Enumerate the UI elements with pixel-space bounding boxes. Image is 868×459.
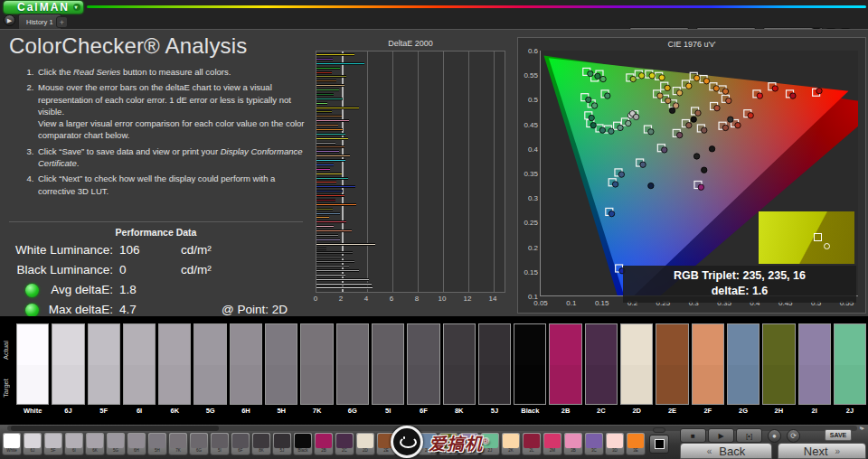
deltae-bar[interactable] xyxy=(316,199,335,201)
patch-thumbnail-button[interactable]: 3C xyxy=(584,432,604,455)
deltae-bar[interactable] xyxy=(316,274,345,276)
deltae-bar[interactable] xyxy=(316,53,354,56)
measured-point[interactable] xyxy=(605,93,610,98)
deltae-bar[interactable] xyxy=(316,71,332,74)
read-series-button[interactable]: [•] xyxy=(736,428,762,443)
stop-button[interactable]: ■ xyxy=(680,428,706,443)
refresh-button[interactable]: ⟳ xyxy=(787,429,800,443)
measured-point[interactable] xyxy=(633,114,638,119)
measured-point[interactable] xyxy=(709,146,714,152)
deltae-bar[interactable] xyxy=(316,107,359,109)
patch-thumbnail-button[interactable]: 6G xyxy=(189,432,209,455)
patch-thumbnail-button[interactable]: 2M xyxy=(542,432,562,455)
deltae-bar[interactable] xyxy=(316,93,334,96)
calman-logo[interactable]: CalMAN ▾ xyxy=(4,1,83,14)
deltae-bar[interactable] xyxy=(316,80,336,82)
deltae-bar[interactable] xyxy=(316,283,372,286)
deltae-bar[interactable] xyxy=(316,208,333,211)
measured-point[interactable] xyxy=(714,105,720,110)
patch-thumbnail-button[interactable]: 5F xyxy=(43,432,63,455)
save-button[interactable]: SAVE xyxy=(825,429,852,441)
measured-point[interactable] xyxy=(726,98,731,103)
measured-point[interactable] xyxy=(648,129,654,135)
measured-point[interactable] xyxy=(790,93,796,98)
patch-thumbnail-button[interactable]: 2D xyxy=(355,432,375,455)
scrollbar-thumb[interactable] xyxy=(11,426,219,431)
deltae-bar[interactable] xyxy=(316,234,338,237)
patch-thumbnail-button[interactable]: 2I xyxy=(459,432,479,455)
deltae-bar[interactable] xyxy=(316,194,344,197)
measured-point[interactable] xyxy=(686,83,692,89)
history-menu-button[interactable]: ▶ xyxy=(4,14,15,26)
play-button[interactable]: ▶ xyxy=(708,428,734,443)
measured-point[interactable] xyxy=(618,125,623,130)
record-button[interactable]: ● xyxy=(768,429,781,443)
measured-point[interactable] xyxy=(676,132,682,137)
measured-point[interactable] xyxy=(686,122,692,127)
deltae-bar[interactable] xyxy=(316,84,344,87)
measured-point[interactable] xyxy=(693,75,699,80)
measured-point[interactable] xyxy=(748,113,753,118)
deltae-bar[interactable] xyxy=(316,75,346,78)
deltae-bar[interactable] xyxy=(316,124,338,126)
deltae-bar[interactable] xyxy=(316,89,339,91)
measured-point[interactable] xyxy=(590,122,596,127)
measured-point[interactable] xyxy=(640,162,646,167)
measured-point[interactable] xyxy=(630,76,636,81)
patch-thumbnail-button[interactable]: 2G xyxy=(418,432,438,455)
patch-thumbnail-button[interactable]: 5I xyxy=(210,432,230,455)
patch-window-button[interactable] xyxy=(649,435,669,454)
patch-thumbnail-button[interactable]: 5J xyxy=(272,432,292,455)
patch-thumbnail-button[interactable]: 3D xyxy=(605,432,625,455)
patch-thumbnail-button[interactable]: 8K xyxy=(251,432,271,455)
patch-thumbnail-button[interactable]: White xyxy=(2,432,22,455)
measured-point[interactable] xyxy=(595,73,600,79)
measured-point[interactable] xyxy=(609,211,614,216)
deltae-bar[interactable] xyxy=(316,98,343,100)
measured-point[interactable] xyxy=(589,115,594,120)
measured-point[interactable] xyxy=(703,79,709,84)
patch-thumbnail-button[interactable]: 2E xyxy=(376,432,396,455)
patch-thumbnail-button[interactable]: 2J xyxy=(480,432,500,455)
deltae-bar[interactable] xyxy=(316,177,348,180)
measured-point[interactable] xyxy=(659,75,665,80)
patch-thumbnail-button[interactable]: 2K xyxy=(501,432,521,455)
deltae-bar[interactable] xyxy=(316,67,340,70)
deltae-bar[interactable] xyxy=(316,159,345,162)
measured-point[interactable] xyxy=(695,110,701,116)
deltae-bar[interactable] xyxy=(316,225,334,228)
tab-history-1[interactable]: History 1 xyxy=(18,14,61,29)
measured-point[interactable] xyxy=(698,184,703,190)
measured-point[interactable] xyxy=(599,127,605,133)
measured-point[interactable] xyxy=(702,127,707,133)
deltae-bar[interactable] xyxy=(316,185,355,188)
deltae-bar[interactable] xyxy=(316,62,364,65)
measured-point[interactable] xyxy=(669,108,675,113)
measured-point[interactable] xyxy=(702,167,707,173)
measured-point[interactable] xyxy=(665,85,670,90)
patch-thumbnail-button[interactable]: 2L xyxy=(522,432,542,455)
deltae-bar[interactable] xyxy=(316,248,326,250)
deltae-bar[interactable] xyxy=(316,137,348,140)
patch-options-button[interactable] xyxy=(653,427,665,433)
measured-point[interactable] xyxy=(657,93,663,98)
measured-point[interactable] xyxy=(586,97,591,102)
patch-thumbnail-button[interactable]: 5G xyxy=(106,432,126,455)
deltae-bar[interactable] xyxy=(316,155,350,157)
measured-point[interactable] xyxy=(648,183,654,188)
patch-thumbnail-button[interactable]: 2H xyxy=(439,432,458,455)
deltae-bar[interactable] xyxy=(316,212,340,215)
deltae-bar[interactable] xyxy=(316,203,356,206)
deltae-bar[interactable] xyxy=(316,133,345,136)
measured-point[interactable] xyxy=(673,103,678,108)
deltae-bar[interactable] xyxy=(316,102,327,105)
deltae-bar[interactable] xyxy=(316,190,343,192)
deltae-bar[interactable] xyxy=(316,256,344,258)
deltae-bar[interactable] xyxy=(316,58,333,61)
measured-point[interactable] xyxy=(722,89,728,94)
patch-thumbnail-button[interactable]: 6H xyxy=(127,432,146,455)
patch-thumbnail-button[interactable]: 6K xyxy=(85,432,105,455)
deltae-bar[interactable] xyxy=(316,251,353,254)
deltae-bar[interactable] xyxy=(316,278,369,281)
patch-thumbnail-button[interactable]: 7K xyxy=(168,432,188,455)
